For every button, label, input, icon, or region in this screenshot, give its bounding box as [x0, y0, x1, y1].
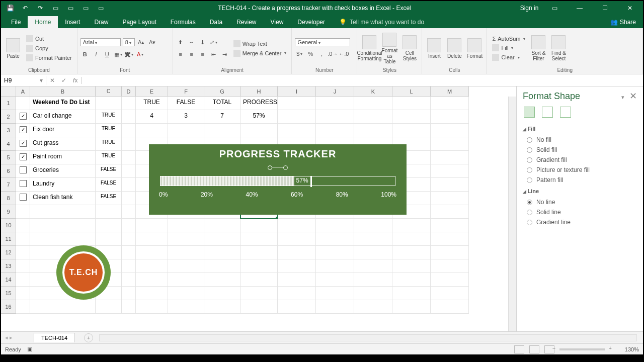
cell[interactable]: [96, 232, 122, 246]
zoom-level[interactable]: 130%: [625, 346, 639, 352]
shrink-font-icon[interactable]: A▾: [148, 38, 157, 47]
cell[interactable]: [278, 110, 316, 124]
cell[interactable]: [16, 192, 30, 205]
indent-dec-icon[interactable]: ⇤: [209, 50, 218, 59]
cell[interactable]: [96, 205, 122, 219]
cut-button[interactable]: Cut: [24, 35, 74, 43]
zoom-slider[interactable]: [559, 348, 605, 350]
cell[interactable]: [122, 300, 136, 314]
pane-options-icon[interactable]: ▾: [621, 94, 624, 100]
macro-record-icon[interactable]: ▣: [27, 346, 32, 352]
cell[interactable]: [240, 259, 278, 273]
cell[interactable]: [16, 300, 30, 314]
cell[interactable]: [122, 137, 136, 151]
conditional-formatting-button[interactable]: Conditional Formatting: [360, 35, 378, 61]
cell[interactable]: TRUE: [136, 97, 168, 110]
grow-font-icon[interactable]: A▴: [137, 38, 146, 47]
cell[interactable]: [316, 110, 354, 124]
sheet-tab[interactable]: TECH-014: [34, 333, 75, 342]
cell[interactable]: [431, 287, 469, 300]
cell[interactable]: [136, 300, 168, 314]
fx-icon[interactable]: fx: [73, 77, 77, 84]
cell[interactable]: TRUE: [96, 137, 122, 151]
cell[interactable]: [392, 97, 431, 110]
cell[interactable]: ✓: [16, 124, 30, 137]
cell[interactable]: [168, 287, 204, 300]
col-header[interactable]: J: [316, 86, 354, 97]
cell[interactable]: Paint room: [30, 151, 96, 164]
cell[interactable]: [136, 246, 168, 259]
cell[interactable]: [431, 110, 469, 124]
cell[interactable]: [16, 219, 30, 232]
name-box[interactable]: H9▾: [1, 76, 46, 85]
cell[interactable]: [122, 178, 136, 192]
cell[interactable]: [122, 287, 136, 300]
percent-icon[interactable]: %: [306, 49, 315, 58]
cell[interactable]: [240, 273, 278, 287]
cell[interactable]: [122, 164, 136, 178]
cell[interactable]: [136, 124, 168, 137]
col-header[interactable]: B: [30, 86, 96, 97]
cell[interactable]: [122, 232, 136, 246]
cell[interactable]: [240, 232, 278, 246]
fill-line-tab-icon[interactable]: [524, 107, 535, 118]
tab-review[interactable]: Review: [229, 16, 263, 28]
cell[interactable]: [278, 124, 316, 137]
formula-input[interactable]: [82, 79, 643, 81]
cell[interactable]: [316, 273, 354, 287]
sort-filter-button[interactable]: Sort & Filter: [529, 35, 547, 61]
page-layout-view-icon[interactable]: [529, 345, 539, 353]
row-header[interactable]: 15: [1, 287, 16, 300]
cell[interactable]: [392, 232, 431, 246]
cell[interactable]: [431, 300, 469, 314]
cell[interactable]: [316, 259, 354, 273]
col-header[interactable]: H: [240, 86, 278, 97]
cell[interactable]: [278, 287, 316, 300]
cell[interactable]: [354, 300, 392, 314]
cell[interactable]: [278, 219, 316, 232]
cell[interactable]: Groceries: [30, 164, 96, 178]
cell[interactable]: [431, 97, 469, 110]
format-as-table-button[interactable]: Format as Table: [380, 33, 398, 64]
cell[interactable]: TRUE: [96, 110, 122, 124]
cell[interactable]: [30, 205, 96, 219]
tab-home[interactable]: Home: [28, 16, 58, 28]
cell[interactable]: [204, 300, 240, 314]
cell[interactable]: [168, 300, 204, 314]
col-header[interactable]: A: [16, 86, 30, 97]
col-header[interactable]: L: [392, 86, 431, 97]
cell[interactable]: [431, 232, 469, 246]
size-tab-icon[interactable]: [560, 107, 571, 118]
pane-close-icon[interactable]: ✕: [629, 91, 637, 101]
effects-tab-icon[interactable]: [542, 107, 553, 118]
autosum-button[interactable]: ΣAutoSum: [490, 35, 527, 42]
col-header[interactable]: K: [354, 86, 392, 97]
accounting-icon[interactable]: $: [295, 49, 304, 58]
row-header[interactable]: 13: [1, 259, 16, 273]
cell[interactable]: [316, 97, 354, 110]
cell[interactable]: [204, 259, 240, 273]
cell[interactable]: [278, 246, 316, 259]
fill-button[interactable]: Fill: [490, 44, 527, 52]
save-icon[interactable]: 💾: [6, 4, 14, 12]
cell[interactable]: [16, 164, 30, 178]
cell[interactable]: [431, 205, 469, 219]
redo-icon[interactable]: ↷: [36, 4, 44, 12]
qat-icon[interactable]: ▭: [82, 4, 90, 12]
insert-cells-button[interactable]: Insert: [425, 38, 443, 59]
cell[interactable]: 57%: [240, 110, 278, 124]
font-color-button[interactable]: A: [136, 50, 145, 59]
align-left-icon[interactable]: ≡: [176, 50, 185, 59]
cell[interactable]: [136, 273, 168, 287]
tab-insert[interactable]: Insert: [58, 16, 87, 28]
tab-draw[interactable]: Draw: [87, 16, 115, 28]
add-sheet-button[interactable]: +: [84, 333, 93, 342]
delete-cells-button[interactable]: Delete: [445, 38, 463, 59]
col-header[interactable]: I: [278, 86, 316, 97]
copy-button[interactable]: Copy: [24, 44, 74, 52]
cell[interactable]: [392, 300, 431, 314]
worksheet[interactable]: ABCDEFGHIJKLM 12345678910111213141516 We…: [1, 86, 516, 331]
cell[interactable]: [122, 151, 136, 164]
cell[interactable]: [136, 259, 168, 273]
checkbox[interactable]: ✓: [20, 126, 27, 133]
